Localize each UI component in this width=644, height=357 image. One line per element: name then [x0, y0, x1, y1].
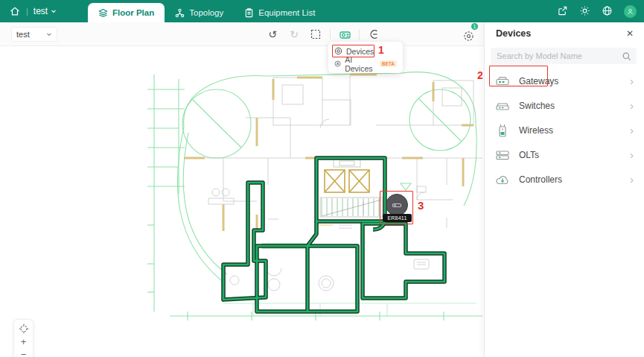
device-model-label: ER8411: [383, 214, 412, 222]
marquee-icon: [310, 28, 322, 40]
floor-select[interactable]: test: [11, 27, 57, 42]
dropdown-item-label: AI Devices: [345, 55, 376, 73]
project-name: test: [34, 6, 48, 16]
device-marker-er8411[interactable]: [386, 194, 408, 216]
category-label: OLTs: [519, 150, 630, 160]
layers-icon: [98, 8, 108, 18]
wireless-ap-icon: [494, 122, 511, 139]
category-label: Controllers: [519, 174, 630, 185]
zoom-in-button[interactable]: +: [16, 335, 31, 348]
dropdown-item-ai-devices[interactable]: AI Devices BETA: [328, 57, 403, 70]
select-area-tool-button[interactable]: [308, 27, 323, 42]
chevron-right-icon: ›: [630, 125, 634, 136]
annotation-number-1: 1: [378, 44, 384, 56]
model-search: [491, 48, 637, 64]
device-tool-icon: [339, 28, 351, 41]
chevron-right-icon: ›: [630, 150, 634, 160]
ai-devices-icon: [334, 60, 341, 68]
chevron-down-icon: [51, 8, 57, 14]
tab-label: Equipment List: [258, 8, 315, 17]
redo-button[interactable]: ↻: [287, 27, 302, 42]
chevron-right-icon: ›: [630, 101, 634, 111]
chevron-right-icon: ›: [630, 174, 634, 185]
floor-plan-canvas[interactable]: + − Weak -85 -75 -65 Strong dBm: [0, 46, 484, 357]
locate-button[interactable]: [16, 322, 31, 335]
wall-tool-button[interactable]: [366, 27, 381, 42]
category-label: Wireless: [519, 125, 630, 136]
router-glyph-icon: [391, 199, 403, 211]
zoom-out-button[interactable]: −: [16, 348, 31, 357]
close-icon[interactable]: ✕: [626, 28, 634, 39]
devices-target-icon: [334, 47, 342, 55]
wall-tool-icon: [368, 28, 380, 40]
tab-equipment-list[interactable]: Equipment List: [234, 3, 325, 22]
devices-tool-button[interactable]: [337, 27, 352, 42]
category-switches[interactable]: Switches ›: [485, 93, 644, 118]
coverage-config-button[interactable]: [461, 28, 476, 43]
chevron-down-icon: [46, 31, 52, 37]
floor-plan-drawing: [0, 46, 484, 357]
notification-badge: 1: [471, 22, 479, 31]
tab-label: Topology: [189, 8, 223, 17]
olt-icon: [494, 147, 511, 163]
search-input[interactable]: [491, 51, 622, 60]
tab-label: Floor Plan: [112, 8, 154, 17]
tab-floor-plan[interactable]: Floor Plan: [88, 3, 165, 22]
category-wireless[interactable]: Wireless ›: [485, 118, 644, 142]
user-avatar[interactable]: [624, 5, 637, 18]
target-icon: [462, 30, 475, 42]
app-header: | test Floor Plan Topology Equipment Lis…: [0, 0, 644, 22]
devices-panel: Devices ✕ Gateways › Switches ›: [484, 22, 644, 357]
category-controllers[interactable]: Controllers ›: [485, 167, 644, 192]
panel-title: Devices: [496, 28, 531, 39]
floor-plan-designer: | test Floor Plan Topology Equipment Lis…: [0, 0, 644, 357]
crosshair-icon: [19, 323, 29, 334]
project-switcher[interactable]: test: [34, 6, 57, 16]
annotation-number-2: 2: [477, 69, 483, 81]
controller-cloud-icon: [494, 171, 511, 188]
undo-button[interactable]: ↺: [265, 27, 280, 42]
category-label: Switches: [519, 101, 630, 111]
theme-sun-icon[interactable]: [579, 5, 591, 17]
gateway-icon: [494, 73, 511, 89]
toolbar-divider: [359, 29, 360, 40]
annotation-number-3: 3: [418, 199, 424, 212]
header-divider: |: [26, 7, 28, 16]
external-link-icon[interactable]: [557, 5, 569, 17]
switch-icon: [494, 98, 511, 114]
category-olts[interactable]: OLTs ›: [485, 142, 644, 167]
device-categories: Gateways › Switches › Wireless ›: [485, 69, 644, 192]
view-tabs: Floor Plan Topology Equipment List: [88, 0, 325, 22]
map-controls: + −: [13, 319, 34, 357]
chevron-right-icon: ›: [630, 76, 634, 86]
equipment-list-icon: [244, 8, 254, 18]
category-gateways[interactable]: Gateways ›: [485, 69, 644, 93]
topology-icon: [175, 8, 185, 18]
toolbar-divider: [330, 29, 331, 40]
search-icon: [622, 51, 631, 61]
add-device-dropdown: Devices AI Devices BETA 1: [328, 42, 403, 73]
language-globe-icon[interactable]: [602, 5, 613, 17]
tab-topology[interactable]: Topology: [165, 3, 234, 22]
canvas-toolbar: test ↺ ↻ 1: [0, 22, 484, 46]
beta-badge: BETA: [380, 60, 397, 67]
category-label: Gateways: [519, 76, 630, 86]
home-icon[interactable]: [9, 5, 21, 17]
floor-select-value: test: [16, 30, 30, 39]
